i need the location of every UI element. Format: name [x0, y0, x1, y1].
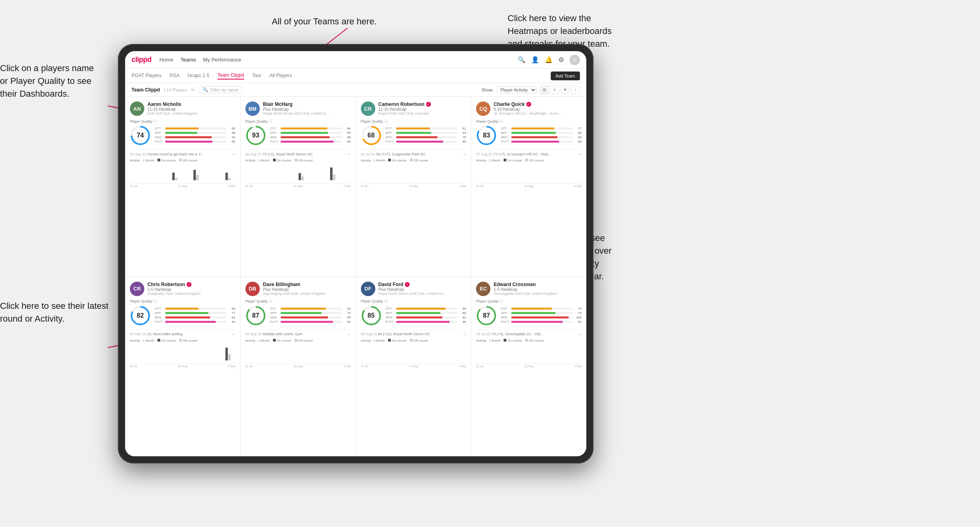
chart-area	[245, 344, 351, 364]
putt-bar-container	[165, 321, 227, 323]
player-card[interactable]: EC Edward Crossman 1-5 Handicap Sunningd…	[471, 277, 586, 457]
player-card[interactable]: AN Aaron Nicholls 11-15 Handicap Drift G…	[125, 97, 240, 276]
latest-round-text: 18 Jul 23 74 (+4), Sunningdale GC - Old.…	[476, 332, 543, 336]
latest-round[interactable]: 26 Aug 23 84 (+12), Royal North Devon GC…	[361, 329, 466, 336]
score-number: 93	[252, 132, 259, 139]
latest-round[interactable]: 26 Aug 23 73 (+1), Royal North Devon GC …	[245, 149, 351, 156]
player-name[interactable]: Edward Crossman	[494, 282, 582, 287]
nav-home[interactable]: Home	[159, 57, 173, 63]
app-bar-container	[396, 312, 458, 314]
ott-row: OTT 60	[155, 307, 235, 310]
score-circle[interactable]: 83	[476, 125, 497, 146]
ott-value: 82	[344, 307, 351, 310]
edit-icon[interactable]: ✏	[191, 87, 195, 93]
putt-value: 85	[228, 140, 235, 143]
score-circle[interactable]: 82	[130, 305, 151, 326]
chart-label-start: 31 Jul	[476, 185, 484, 187]
player-card[interactable]: DF David Ford ✓ Plus Handicap Royal Nort…	[356, 277, 471, 457]
arg-row: ARG 84	[155, 135, 235, 139]
player-card[interactable]: CR Chris Robertson ✓ 1-5 Handicap Craigm…	[125, 277, 240, 457]
tab-hcaps[interactable]: Hcaps 1-5	[187, 73, 209, 79]
player-club: Sunningdale Golf Club, United Kingdom	[494, 292, 582, 296]
player-name[interactable]: Cameron Robertson ✓	[378, 101, 466, 107]
app-bar-container	[511, 132, 573, 134]
stats-bars: OTT 60 APP 77 ARG 81 PU	[155, 307, 235, 324]
latest-round-arrow: →	[347, 332, 351, 336]
list-view-icon[interactable]: ≡	[550, 86, 559, 94]
putt-row: PUTT 85	[155, 140, 235, 143]
player-name[interactable]: David Ford ✓	[378, 282, 466, 287]
activity-section: Activity · 1 Month On course Off course …	[476, 159, 582, 187]
score-circle[interactable]: 74	[130, 125, 151, 146]
score-circle[interactable]: 85	[361, 305, 382, 326]
score-circle[interactable]: 93	[245, 125, 266, 146]
score-circle[interactable]: 68	[361, 125, 382, 146]
player-handicap: Plus Handicap	[378, 287, 466, 292]
grid-view-icon[interactable]: ⊞	[540, 86, 549, 94]
player-name[interactable]: Chris Robertson ✓	[147, 282, 235, 287]
sort-icon[interactable]: ↕	[571, 86, 580, 94]
on-course-legend: On course	[504, 339, 522, 342]
profile-icon[interactable]: 👤	[531, 56, 539, 64]
tab-pga[interactable]: PGA	[169, 73, 179, 79]
putt-label: PUTT	[501, 140, 510, 143]
score-number: 82	[137, 312, 144, 319]
ott-row: OTT 84	[270, 127, 351, 130]
ipad-screen: clippd Home Teams My Performance 🔍 👤 🔔 ⚙…	[125, 51, 586, 456]
tab-all-players[interactable]: All Players	[269, 73, 292, 79]
player-handicap: Plus Handicap	[263, 107, 351, 111]
tab-tour[interactable]: Tour	[252, 73, 261, 79]
team-header: Team Clippd | 14 Players ✏ 🔍 Filter by n…	[125, 83, 586, 97]
latest-round[interactable]: 05 Mar 23 19, Must make putting →	[130, 329, 235, 336]
arg-row: ARG 88	[270, 135, 351, 139]
score-number: 87	[252, 312, 259, 319]
filter-icon[interactable]: ▼	[561, 86, 570, 94]
latest-round-arrow: →	[462, 152, 466, 156]
quality-section: Player Quality ⓘ 85 OTT 89 APP	[361, 299, 466, 326]
score-number: 85	[368, 312, 375, 319]
putt-label: PUTT	[270, 140, 279, 143]
show-dropdown[interactable]: Player Activity Quality Trend	[497, 86, 537, 93]
score-circle[interactable]: 87	[476, 305, 497, 326]
player-club: Craigmillar Park, United Kingdom	[147, 292, 235, 296]
sub-nav: PGAT Players PGA Hcaps 1-5 Team Clippd T…	[125, 69, 586, 83]
add-team-button[interactable]: Add Team	[551, 72, 580, 80]
player-name[interactable]: Dave Billingham	[263, 282, 351, 287]
latest-round[interactable]: 18 Jul 23 74 (+4), Sunningdale GC - Old.…	[476, 329, 582, 336]
activity-header: Activity · 1 Month On course Off course	[130, 339, 235, 342]
player-card[interactable]: BM Blair McHarg Plus Handicap Royal Nort…	[241, 97, 356, 276]
ott-label: OTT	[270, 127, 279, 130]
player-name[interactable]: Charlie Quick ✓	[494, 101, 582, 107]
tab-team-clippd[interactable]: Team Clippd	[217, 72, 244, 80]
latest-round[interactable]: 04 Sep 23 Mobility with coach, Gym →	[245, 329, 351, 336]
score-circle[interactable]: 87	[245, 305, 266, 326]
arg-value: 83	[574, 135, 582, 139]
player-card[interactable]: CR Cameron Robertson ✓ 11-15 Handicap Ro…	[356, 97, 471, 276]
player-club: Royal North Devon Golf Club, United Ki..…	[263, 111, 351, 115]
app-bar-container	[281, 312, 342, 314]
player-card[interactable]: CQ Charlie Quick ✓ 6-10 Handicap St. Geo…	[471, 97, 586, 276]
player-name[interactable]: Aaron Nicholls	[147, 101, 235, 107]
app-bar-container	[281, 132, 342, 134]
app-value: 63	[459, 131, 466, 135]
player-card[interactable]: DB Dave Billingham Plus Handicap Sog Mag…	[241, 277, 356, 457]
latest-round[interactable]: 07 Aug 23 77 (+7), St George's Hill GC -…	[476, 149, 582, 156]
latest-round[interactable]: 02 Sep 23 Sunset round to get back into …	[130, 149, 235, 156]
verified-badge: ✓	[526, 102, 531, 107]
avatar[interactable]: U	[570, 55, 580, 65]
search-icon[interactable]: 🔍	[518, 56, 526, 64]
nav-teams[interactable]: Teams	[181, 57, 196, 63]
player-name[interactable]: Blair McHarg	[263, 101, 351, 107]
activity-header: Activity · 1 Month On course Off course	[245, 339, 351, 342]
settings-icon[interactable]: ⚙	[558, 56, 564, 64]
quality-label: Player Quality ⓘ	[361, 299, 466, 304]
notification-icon[interactable]: 🔔	[545, 56, 553, 64]
arg-label: ARG	[270, 135, 279, 139]
latest-round[interactable]: 02 Jul 23 59 (+17), Craigsimilar Park GC…	[361, 149, 466, 156]
nav-my-performance[interactable]: My Performance	[203, 57, 241, 63]
search-filter[interactable]: 🔍 Filter by name	[199, 86, 242, 93]
ott-bar-container	[511, 127, 573, 129]
tab-pgat[interactable]: PGAT Players	[131, 73, 161, 79]
off-course-legend: Off course	[525, 339, 544, 342]
quality-label: Player Quality ⓘ	[245, 299, 351, 304]
